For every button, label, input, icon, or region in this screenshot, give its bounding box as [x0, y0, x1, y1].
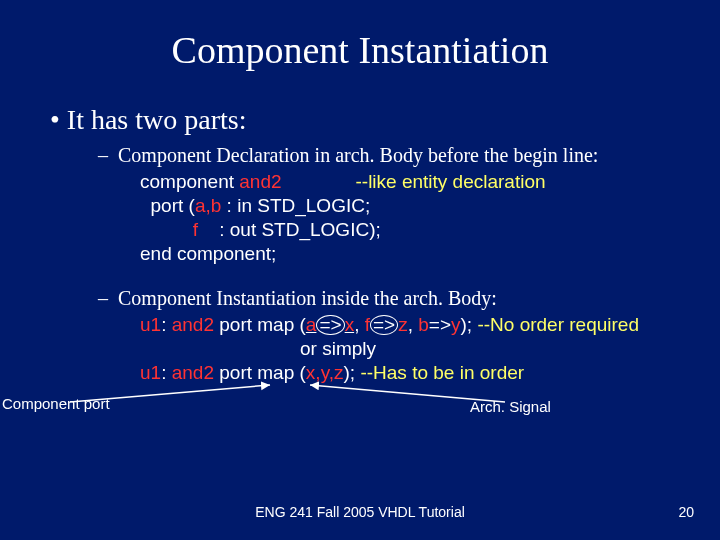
- inst-line-3: u1: and2 port map (x,y,z); --Has to be i…: [140, 362, 680, 384]
- inst-heading: – Component Instantiation inside the arc…: [98, 287, 680, 310]
- t: --like entity declaration: [355, 171, 545, 192]
- t: );: [344, 362, 361, 383]
- t: [282, 171, 356, 192]
- inst-line-1: u1: and2 port map (a=>x, f=>z, b=>y); --…: [140, 314, 680, 336]
- t: :: [161, 362, 172, 383]
- bullet-main-text: It has two parts:: [67, 104, 247, 135]
- t: a,b: [195, 195, 221, 216]
- bullet-main: • It has two parts:: [50, 104, 680, 136]
- page-number: 20: [678, 504, 694, 520]
- t: and2: [172, 314, 214, 335]
- slide-title: Component Instantiation: [40, 28, 680, 72]
- t: ,: [354, 314, 365, 335]
- map-sig-x: x: [345, 314, 355, 335]
- t: =>: [429, 314, 451, 335]
- decl-line-2: port (a,b : in STD_LOGIC;: [140, 195, 680, 217]
- map-port-a: a: [306, 314, 317, 335]
- t: port (: [140, 195, 195, 216]
- t: : in STD_LOGIC;: [221, 195, 370, 216]
- t: --No order required: [477, 314, 639, 335]
- t: u1: [140, 314, 161, 335]
- t: and2: [239, 171, 281, 192]
- arrow-icon: =>: [370, 315, 398, 335]
- t: or simply: [300, 338, 376, 359]
- arrow-icon: =>: [316, 315, 344, 335]
- t: component: [140, 171, 239, 192]
- t: : out STD_LOGIC);: [198, 219, 381, 240]
- t: x,y,z: [306, 362, 344, 383]
- t: u1: [140, 362, 161, 383]
- t: z: [398, 314, 408, 335]
- t: y: [451, 314, 461, 335]
- t: :: [161, 314, 172, 335]
- t: ,: [408, 314, 419, 335]
- t: and2: [172, 362, 214, 383]
- callout-arch-signal: Arch. Signal: [470, 398, 551, 415]
- decl-heading-text: Component Declaration in arch. Body befo…: [118, 144, 598, 166]
- decl-heading: – Component Declaration in arch. Body be…: [98, 144, 680, 167]
- t: );: [461, 314, 478, 335]
- decl-line-1: component and2 --like entity declaration: [140, 171, 680, 193]
- inst-heading-text: Component Instantiation inside the arch.…: [118, 287, 497, 309]
- t: --Has to be in order: [360, 362, 524, 383]
- t: [140, 219, 193, 240]
- footer-text: ENG 241 Fall 2005 VHDL Tutorial: [0, 504, 720, 520]
- t: port map (: [214, 314, 306, 335]
- annotation-arrows: [0, 0, 720, 540]
- t: port map (: [214, 362, 306, 383]
- slide: Component Instantiation • It has two par…: [0, 0, 720, 540]
- t: end component;: [140, 243, 276, 264]
- t: b: [418, 314, 429, 335]
- inst-line-or: or simply: [300, 338, 680, 360]
- callout-component-port: Component port: [2, 395, 110, 412]
- decl-line-3: f : out STD_LOGIC);: [140, 219, 680, 241]
- decl-line-4: end component;: [140, 243, 680, 265]
